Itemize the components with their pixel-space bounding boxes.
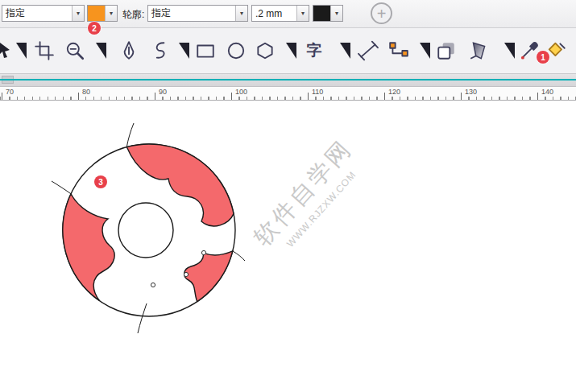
construction-curve-top[interactable] [126,123,134,147]
dimension-icon [358,40,379,61]
scroll-strip[interactable] [0,74,576,87]
outline-width-combo[interactable]: .2 mm ▾ [251,5,309,22]
rectangle-icon [195,40,216,61]
drawing-canvas[interactable]: 软件自学网 WWW.RJZXW.COM 3 [0,101,576,392]
ruler-label: 80 [82,88,90,96]
ruler-label: 130 [465,88,477,96]
chevron-down-icon[interactable]: ▾ [330,6,342,21]
outline-style-value: 指定 [148,6,235,20]
rectangle-tool[interactable] [193,35,218,66]
curve-node[interactable] [184,272,188,276]
connector-tool[interactable] [386,35,412,66]
curve-node[interactable] [151,283,155,287]
property-bar: 指定 ▾ ▾ 轮廓: 指定 ▾ .2 mm ▾ ▾ + [0,0,576,28]
chevron-down-icon[interactable]: ▾ [296,6,309,21]
text-tool[interactable]: 字 [301,35,327,66]
crop-icon [34,40,55,61]
outline-color-swatch[interactable] [313,6,330,21]
ruler-label: 90 [159,88,167,96]
outline-width-value: .2 mm [252,8,296,19]
add-preset-button[interactable]: + [371,2,392,24]
crop-tool[interactable] [31,35,57,66]
transparency-tool[interactable] [466,35,491,66]
fill-color-swatch[interactable] [88,6,105,21]
fill-style-combo[interactable]: 指定 ▾ [2,5,85,22]
flyout-triangle-icon [340,43,350,59]
curve-node[interactable] [201,250,205,254]
polygon-tool[interactable] [252,35,278,66]
text-tool-icon: 字 [307,40,322,61]
ruler-label: 100 [235,88,247,96]
inner-circle-shape[interactable] [118,203,173,258]
ellipse-icon [226,40,247,61]
outline-style-combo[interactable]: 指定 ▾ [147,5,248,22]
step-badge-1: 1 [537,51,549,64]
drop-shadow-icon [436,40,457,61]
flyout-triangle-icon [16,43,27,59]
flyout-triangle-icon [286,43,296,59]
horizontal-ruler: 70 80 90 100 110 120 130 140 [0,87,576,101]
ruler-label: 120 [388,88,400,96]
transparency-icon [468,40,489,61]
chevron-down-icon[interactable]: ▾ [105,6,117,21]
connector-icon [388,40,409,61]
dimension-tool[interactable] [355,35,381,66]
flyout-triangle-icon [420,43,430,59]
toolbox: 字 [0,28,576,74]
flyout-triangle-icon [179,43,189,59]
curve-icon [149,40,170,61]
fill-color-picker[interactable]: ▾ [87,5,118,22]
ellipse-tool[interactable] [223,35,249,66]
flyout-triangle-icon [504,43,515,59]
pick-arrow-icon [0,41,13,60]
pen-tool[interactable] [116,35,142,66]
artwork [0,101,576,392]
bspline-tool[interactable] [147,35,172,66]
chevron-down-icon[interactable]: ▾ [235,6,247,21]
horizontal-guideline[interactable] [0,79,576,80]
polygon-icon [255,40,276,61]
outline-color-picker[interactable]: ▾ [313,5,343,22]
step-badge-3: 3 [94,175,107,188]
drop-shadow-tool[interactable] [433,35,459,66]
fill-style-value: 指定 [2,6,72,20]
flyout-triangle-icon [96,43,106,59]
pen-nib-icon [118,40,139,61]
ruler-label: 110 [312,88,323,96]
construction-curve-left[interactable] [52,181,71,194]
step-badge-2: 2 [88,22,101,35]
magnifier-icon [64,40,85,61]
outline-label: 轮廓: [122,8,144,22]
ruler-label: 140 [541,88,553,96]
construction-curve-right[interactable] [233,251,245,261]
chevron-down-icon[interactable]: ▾ [72,6,84,21]
pick-tool-partial[interactable] [0,35,13,66]
ruler-label: 70 [6,88,14,96]
zoom-tool[interactable] [62,35,88,66]
